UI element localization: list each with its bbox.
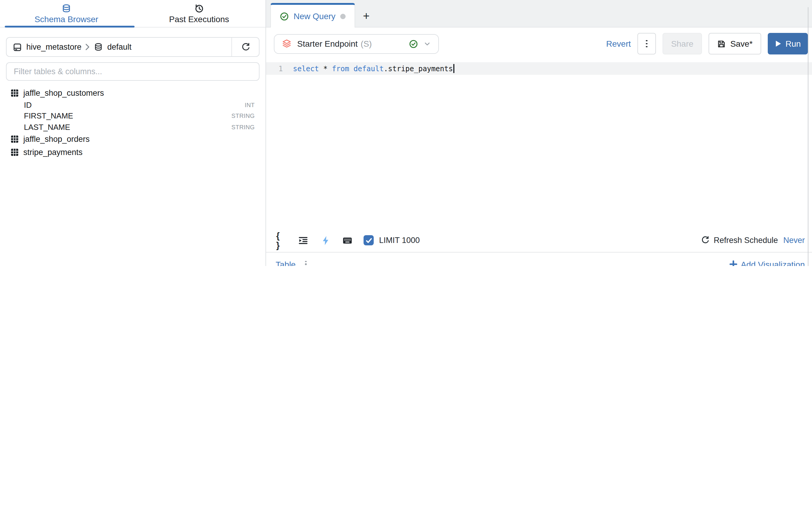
check-circle-icon: [280, 12, 289, 20]
column-type: STRING: [231, 124, 255, 130]
limit-label: LIMIT 1000: [379, 236, 420, 245]
column-type: INT: [245, 102, 255, 108]
main-panel: New Query + Starter Endpoint (S): [266, 0, 812, 266]
lightning-icon[interactable]: [320, 236, 330, 245]
tab-schema-browser[interactable]: Schema Browser: [0, 0, 133, 27]
refresh-schedule-value[interactable]: Never: [783, 236, 805, 245]
schema-table-item[interactable]: jaffle_shop_customers: [0, 86, 265, 99]
schema-table-item[interactable]: jaffle_shop_orders: [0, 132, 265, 146]
sql-token: stripe_payments: [388, 64, 453, 73]
sql-token: *: [323, 64, 328, 73]
toolbar-actions: Revert Share Save*: [606, 33, 808, 54]
filter-input[interactable]: [6, 62, 260, 81]
column-name: LAST_NAME: [24, 123, 70, 132]
schema-table-item[interactable]: stripe_payments: [0, 146, 265, 159]
endpoint-name: Starter Endpoint: [297, 39, 358, 48]
sidebar-tab-label: Past Executions: [169, 15, 229, 23]
text-cursor: [453, 64, 454, 73]
table-icon: [11, 135, 18, 143]
table-name: jaffle_shop_orders: [23, 135, 90, 144]
play-icon: [774, 40, 781, 47]
schema-tree: jaffle_shop_customersIDINTFIRST_NAMESTRI…: [0, 86, 265, 159]
schema-sidebar: Schema Browser Past Executions: [0, 0, 266, 266]
line-number: 1: [266, 64, 288, 73]
tab-past-executions[interactable]: Past Executions: [133, 0, 265, 27]
table-name: stripe_payments: [23, 148, 83, 157]
save-button[interactable]: Save*: [709, 33, 761, 54]
query-tab-bar: New Query +: [266, 0, 812, 28]
schema-column-item[interactable]: LAST_NAMESTRING: [0, 122, 265, 132]
schema-column-item[interactable]: FIRST_NAMESTRING: [0, 110, 265, 122]
add-tab-button[interactable]: +: [363, 10, 369, 22]
query-tab-label: New Query: [294, 11, 335, 21]
sql-token: default: [353, 64, 383, 73]
unsaved-dot: [340, 13, 346, 19]
chevron-right-icon: [86, 44, 90, 50]
refresh-icon: [241, 42, 250, 52]
chevron-down-icon: [423, 40, 431, 47]
endpoint-status-icon: [409, 39, 418, 48]
editor-footer: { }: [266, 228, 812, 252]
tab-new-query[interactable]: New Query: [270, 3, 355, 28]
indent-icon[interactable]: [299, 236, 308, 245]
revert-button[interactable]: Revert: [606, 39, 631, 48]
sql-token: .: [384, 64, 388, 73]
sql-token: from: [332, 64, 349, 73]
column-name: FIRST_NAME: [24, 112, 73, 121]
active-tab-underline: [5, 26, 134, 28]
tab-table-visualization[interactable]: Table: [276, 260, 296, 266]
sql-editor-app: Schema Browser Past Executions: [0, 0, 812, 266]
schema-icon: [94, 42, 103, 52]
results-header: Table Add Visualization: [266, 252, 812, 266]
schema-breadcrumb: hive_metastore default: [6, 37, 260, 57]
plus-icon: [729, 260, 737, 266]
history-icon: [194, 4, 204, 13]
refresh-schema-button[interactable]: [231, 38, 259, 56]
endpoint-selector[interactable]: Starter Endpoint (S): [274, 34, 439, 54]
keyboard-shortcuts-icon[interactable]: [343, 236, 352, 245]
sql-token: [328, 64, 332, 73]
sidebar-tab-label: Schema Browser: [34, 15, 98, 23]
sql-token: select: [293, 64, 319, 73]
save-icon: [717, 39, 726, 48]
editor-line[interactable]: 1 select * from default.stripe_payments: [266, 62, 812, 75]
breadcrumb-catalog[interactable]: hive_metastore: [26, 42, 82, 52]
scrollbar-track[interactable]: [808, 7, 808, 266]
layers-icon: [281, 39, 292, 48]
refresh-schedule-label: Refresh Schedule: [714, 236, 778, 245]
sql-code: select * from default.stripe_payments: [293, 64, 453, 73]
column-type: STRING: [231, 113, 255, 120]
run-button[interactable]: Run: [768, 33, 808, 54]
refresh-schedule: Refresh Schedule Never: [700, 236, 805, 245]
schema-column-item[interactable]: IDINT: [0, 99, 265, 110]
database-icon: [62, 4, 71, 13]
add-visualization-label: Add Visualization: [741, 260, 805, 266]
endpoint-size: (S): [361, 39, 372, 48]
save-label: Save*: [730, 39, 753, 48]
sql-token: [349, 64, 353, 73]
share-button[interactable]: Share: [663, 33, 702, 54]
breadcrumb-schema[interactable]: default: [107, 42, 132, 52]
visualization-options-button[interactable]: [305, 261, 306, 266]
add-visualization-button[interactable]: Add Visualization: [729, 260, 805, 266]
catalog-icon: [13, 42, 22, 52]
column-name: ID: [24, 100, 32, 110]
table-name: jaffle_shop_customers: [23, 88, 104, 97]
sql-editor[interactable]: 1 select * from default.stripe_payments: [266, 60, 812, 228]
refresh-icon: [700, 236, 709, 245]
breadcrumb[interactable]: hive_metastore default: [6, 42, 231, 52]
table-icon: [11, 89, 18, 97]
limit-checkbox[interactable]: [364, 235, 374, 246]
more-options-button[interactable]: [637, 33, 656, 54]
query-toolbar: Starter Endpoint (S) Revert Share: [266, 28, 812, 60]
format-braces-icon[interactable]: { }: [276, 231, 286, 250]
sql-token: [319, 64, 323, 73]
sidebar-tabs: Schema Browser Past Executions: [0, 0, 265, 28]
table-icon: [11, 149, 18, 156]
run-label: Run: [785, 39, 801, 48]
